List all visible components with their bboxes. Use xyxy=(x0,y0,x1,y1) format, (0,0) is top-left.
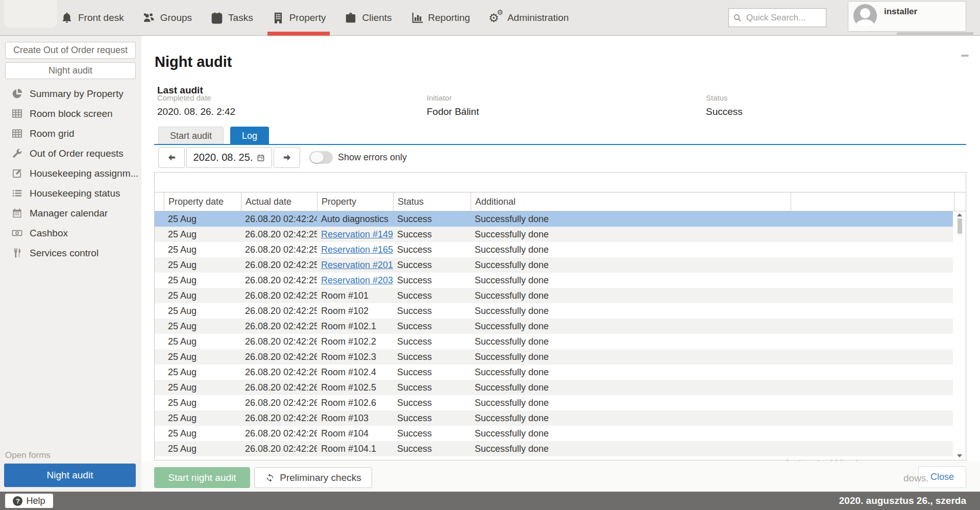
cell-status: Success xyxy=(393,319,471,334)
table-row[interactable]: 25 Aug 26.08.20 02:42:25 Reservation #20… xyxy=(155,273,953,288)
nav-property[interactable]: Property xyxy=(272,0,326,36)
table-row[interactable]: 25 Aug 26.08.20 02:42:25 Reservation #14… xyxy=(155,227,953,242)
tab-start-audit[interactable]: Start audit xyxy=(158,127,224,144)
date-picker[interactable]: 2020. 08. 25. xyxy=(186,147,272,168)
arrow-right-icon xyxy=(282,152,292,163)
open-form-night-audit[interactable]: Night audit xyxy=(4,464,136,487)
log-table-body: 25 Aug 26.08.20 02:42:24 Auto diagnostic… xyxy=(155,211,966,456)
cell-indicator xyxy=(155,303,164,319)
sidebar: Create Out of Order request Night audit … xyxy=(0,36,141,492)
sidebar-item-out-of-order-requests[interactable]: Out of Order requests xyxy=(0,143,141,163)
table-row[interactable]: 25 Aug 26.08.20 02:42:25 Room #102 Succe… xyxy=(155,303,953,319)
cell-property-date: 25 Aug xyxy=(164,242,241,257)
table-row[interactable]: 25 Aug 26.08.20 02:42:26 Room #102.3 Suc… xyxy=(155,349,953,365)
show-errors-toggle[interactable] xyxy=(309,151,333,164)
sidebar-item-room-grid[interactable]: Room grid xyxy=(0,124,141,143)
table-row[interactable]: 25 Aug 26.08.20 02:42:25 Reservation #16… xyxy=(155,242,953,257)
field-value: Success xyxy=(706,106,743,117)
table-row[interactable]: 25 Aug 26.08.20 02:42:25 Reservation #20… xyxy=(155,257,953,273)
sidebar-item-label: Room grid xyxy=(30,128,75,139)
reservation-link[interactable]: Reservation #201 xyxy=(321,260,393,270)
help-button[interactable]: Help xyxy=(5,494,53,508)
table-row[interactable]: 25 Aug 26.08.20 02:42:26 Room #102.6 Suc… xyxy=(155,395,953,410)
nav-front-desk[interactable]: Front desk xyxy=(60,0,124,36)
header-actual-date[interactable]: Actual date xyxy=(241,192,317,211)
nav-reporting[interactable]: Reporting xyxy=(410,0,470,36)
table-header: Property date Actual date Property Statu… xyxy=(155,192,966,211)
nav-label: Reporting xyxy=(428,12,470,23)
cell-property-date: 25 Aug xyxy=(164,319,241,334)
cell-indicator xyxy=(155,288,164,303)
scroll-down-icon[interactable] xyxy=(957,454,962,457)
nav-clients[interactable]: Clients xyxy=(344,0,391,36)
header-additional[interactable]: Additional xyxy=(471,192,791,211)
cell-indicator xyxy=(155,211,164,227)
cell-actual-date: 26.08.20 02:42:25 xyxy=(241,319,317,334)
search-input[interactable] xyxy=(745,12,822,23)
cell-additional: Successfully done xyxy=(471,426,791,441)
cell-property: Room #101 xyxy=(317,288,393,303)
cell-additional: Successfully done xyxy=(471,242,791,257)
cell-indicator xyxy=(155,365,164,380)
previous-day-button[interactable] xyxy=(158,147,185,168)
close-button[interactable]: Close xyxy=(918,466,966,488)
user-name: installer xyxy=(884,7,917,31)
night-audit-button[interactable]: Night audit xyxy=(5,62,136,79)
field-initiator: Initiator Fodor Bálint xyxy=(427,93,479,117)
next-day-button[interactable] xyxy=(274,147,300,168)
cell-property-date: 25 Aug xyxy=(164,410,241,426)
user-menu[interactable]: installer xyxy=(848,1,966,32)
reservation-link[interactable]: Reservation #203 xyxy=(321,275,393,285)
reservation-link[interactable]: Reservation #149 xyxy=(321,229,393,239)
scrollbar-thumb[interactable] xyxy=(958,218,962,234)
sidebar-item-label: Services control xyxy=(30,248,99,259)
table-row[interactable]: 25 Aug 26.08.20 02:42:26 Room #103 Succe… xyxy=(155,410,953,426)
calendar-check-icon xyxy=(210,11,224,25)
create-out-of-order-button[interactable]: Create Out of Order request xyxy=(5,42,136,59)
cell-additional: Successfully done xyxy=(471,334,791,349)
cell-additional: Successfully done xyxy=(471,441,791,456)
table-row[interactable]: 25 Aug 26.08.20 02:42:26 Room #102.4 Suc… xyxy=(155,365,953,380)
edit-icon xyxy=(11,167,23,179)
start-night-audit-button[interactable]: Start night audit xyxy=(154,467,250,488)
cell-additional: Successfully done xyxy=(471,380,791,395)
sidebar-item-housekeeping-assignment[interactable]: Housekeeping assignm... xyxy=(0,163,141,183)
header-status[interactable]: Status xyxy=(393,192,471,211)
nav-groups[interactable]: Groups xyxy=(142,0,192,36)
cell-actual-date: 26.08.20 02:42:26 xyxy=(241,410,317,426)
table-row[interactable]: 25 Aug 26.08.20 02:42:26 Room #102.2 Suc… xyxy=(155,334,953,349)
header-property[interactable]: Property xyxy=(317,192,393,211)
nav-administration[interactable]: Administration xyxy=(488,0,569,36)
sidebar-item-housekeeping-status[interactable]: Housekeeping status xyxy=(0,183,141,203)
cell-status: Success xyxy=(393,303,471,319)
cell-property: Room #102.6 xyxy=(317,395,393,410)
tab-log[interactable]: Log xyxy=(230,127,269,144)
table-row[interactable]: 25 Aug 26.08.20 02:42:26 Room #104.1 Suc… xyxy=(155,441,953,456)
table-row[interactable]: 25 Aug 26.08.20 02:42:26 Room #104 Succe… xyxy=(155,426,953,441)
sidebar-item-cashbox[interactable]: Cashbox xyxy=(0,223,141,243)
preliminary-checks-button[interactable]: Preliminary checks xyxy=(254,467,372,488)
cell-property-date: 25 Aug xyxy=(164,426,241,441)
cell-additional: Successfully done xyxy=(471,227,791,242)
sidebar-item-manager-calendar[interactable]: Manager calendar xyxy=(0,203,141,223)
briefcase-icon xyxy=(344,11,357,25)
sidebar-item-summary-by-property[interactable]: Summary by Property xyxy=(0,84,141,104)
table-row[interactable]: 25 Aug 26.08.20 02:42:25 Room #101 Succe… xyxy=(155,288,953,303)
collapse-icon[interactable] xyxy=(961,55,969,57)
table-row[interactable]: 25 Aug 26.08.20 02:42:26 Room #102.5 Suc… xyxy=(155,380,953,395)
audit-log-table: Property date Actual date Property Statu… xyxy=(154,172,966,460)
cell-additional: Successfully done xyxy=(471,211,791,227)
cell-property: Room #104.1 xyxy=(317,441,393,456)
reservation-link[interactable]: Reservation #165 xyxy=(321,245,393,255)
sidebar-item-services-control[interactable]: Services control xyxy=(0,243,141,263)
cell-indicator xyxy=(155,426,164,441)
vertical-scrollbar[interactable] xyxy=(954,211,965,459)
scroll-up-icon[interactable] xyxy=(957,213,962,216)
header-property-date[interactable]: Property date xyxy=(164,192,241,211)
sidebar-item-room-block-screen[interactable]: Room block screen xyxy=(0,104,141,124)
cell-additional: Successfully done xyxy=(471,410,791,426)
table-row[interactable]: 25 Aug 26.08.20 02:42:24 Auto diagnostic… xyxy=(155,211,953,227)
table-row[interactable]: 25 Aug 26.08.20 02:42:25 Room #102.1 Suc… xyxy=(155,319,953,334)
cell-property-date: 25 Aug xyxy=(164,303,241,319)
nav-tasks[interactable]: Tasks xyxy=(210,0,253,36)
